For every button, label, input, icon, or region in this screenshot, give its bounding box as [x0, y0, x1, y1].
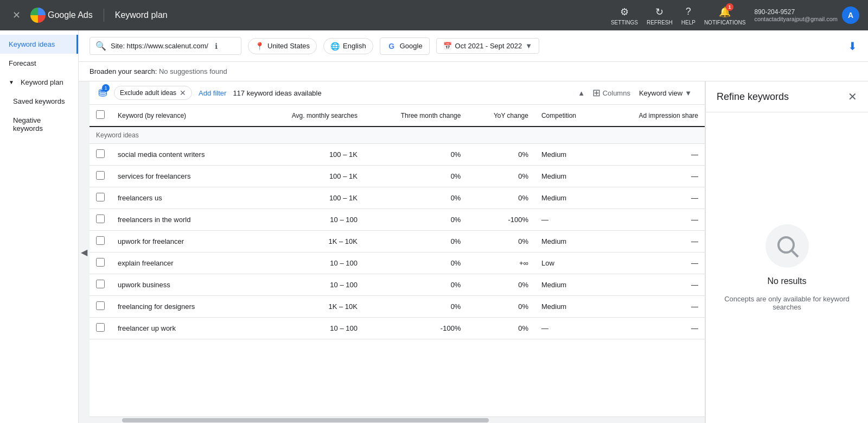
- user-email: contactadityarajput@gmail.com: [754, 16, 838, 22]
- scroll-up-button[interactable]: ▲: [575, 86, 588, 99]
- select-all-checkbox[interactable]: [96, 110, 105, 119]
- row-checkbox-cell[interactable]: [90, 187, 111, 209]
- avg-monthly-cell: 1K – 10K: [253, 296, 364, 318]
- avg-monthly-header: Avg. monthly searches: [253, 105, 364, 127]
- sidebar-item-keyword-plan[interactable]: ▼ Keyword plan: [0, 73, 78, 92]
- three-month-cell: 0%: [364, 231, 468, 252]
- row-checkbox-cell[interactable]: [90, 144, 111, 166]
- table-row: social media content writers 100 – 1K 0%…: [90, 144, 705, 166]
- table-section: ⛃ 1 Exclude adult ideas ✕ Add filter 117…: [90, 81, 705, 423]
- yoy-cell: 0%: [467, 187, 535, 209]
- close-button[interactable]: ✕: [9, 8, 24, 23]
- keyword-view-button[interactable]: Keyword view ▼: [635, 87, 696, 99]
- no-results-icon: [765, 224, 809, 268]
- ad-impression-cell: —: [602, 274, 705, 296]
- scroll-left-button[interactable]: ◀: [79, 81, 90, 423]
- avg-monthly-cell: 10 – 100: [253, 318, 364, 339]
- three-month-cell: 0%: [364, 296, 468, 318]
- yoy-cell: +∞: [467, 252, 535, 274]
- row-checkbox[interactable]: [96, 258, 105, 267]
- scroll-thumb[interactable]: [122, 418, 489, 422]
- download-button[interactable]: ⬇: [848, 40, 857, 53]
- competition-cell: Medium: [535, 166, 602, 187]
- row-checkbox-cell[interactable]: [90, 252, 111, 274]
- location-filter[interactable]: 📍 United States: [248, 38, 317, 54]
- keyword-table-scroll[interactable]: Keyword (by relevance) Avg. monthly sear…: [90, 105, 705, 416]
- settings-button[interactable]: ⚙ SETTINGS: [611, 5, 638, 26]
- sidebar-item-saved-keywords[interactable]: Saved keywords: [4, 92, 78, 111]
- user-avatar[interactable]: A: [842, 7, 859, 24]
- row-checkbox-cell[interactable]: [90, 296, 111, 318]
- three-month-cell: 0%: [364, 209, 468, 231]
- yoy-cell: -100%: [467, 209, 535, 231]
- row-checkbox-cell[interactable]: [90, 209, 111, 231]
- row-checkbox[interactable]: [96, 301, 105, 310]
- keyword-table: Keyword (by relevance) Avg. monthly sear…: [90, 105, 705, 339]
- refine-close-button[interactable]: ✕: [848, 90, 857, 103]
- sidebar-item-negative-keywords[interactable]: Negative keywords: [4, 111, 78, 138]
- filter-funnel-button[interactable]: ⛃ 1: [98, 86, 107, 99]
- content-area: 🔍 Site: https://www.scalenut.com/ ℹ 📍 Un…: [79, 30, 868, 423]
- add-filter-button[interactable]: Add filter: [199, 89, 226, 97]
- no-results-title: No results: [767, 276, 806, 286]
- exclude-adult-chip[interactable]: Exclude adult ideas ✕: [114, 86, 192, 100]
- table-row: upwork for freelancer 1K – 10K 0% 0% Med…: [90, 231, 705, 252]
- sidebar-sub: Saved keywords Negative keywords: [0, 92, 78, 138]
- refresh-icon: ↻: [653, 5, 666, 18]
- row-checkbox-cell[interactable]: [90, 166, 111, 187]
- competition-cell: Medium: [535, 231, 602, 252]
- row-checkbox-cell[interactable]: [90, 318, 111, 339]
- help-button[interactable]: ? HELP: [681, 5, 695, 26]
- row-checkbox[interactable]: [96, 280, 105, 288]
- ad-impression-cell: —: [602, 144, 705, 166]
- date-filter[interactable]: 📅 Oct 2021 - Sept 2022 ▼: [436, 38, 539, 54]
- three-month-cell: 0%: [364, 252, 468, 274]
- three-month-cell: 0%: [364, 144, 468, 166]
- competition-cell: —: [535, 209, 602, 231]
- three-month-cell: -100%: [364, 318, 468, 339]
- no-results-subtitle: Concepts are only available for keyword …: [717, 295, 857, 311]
- row-checkbox-cell[interactable]: [90, 274, 111, 296]
- ad-impression-cell: —: [602, 209, 705, 231]
- table-wrapper: ◀ ⛃ 1 Exclude adult ideas ✕ Add filter 1…: [79, 81, 868, 423]
- nav-right: ⚙ SETTINGS ↻ REFRESH ? HELP 🔔 1 NOTIFICA…: [611, 5, 859, 26]
- competition-cell: Medium: [535, 274, 602, 296]
- google-icon: [30, 8, 46, 23]
- row-checkbox[interactable]: [96, 149, 105, 158]
- select-all-header[interactable]: [90, 105, 111, 127]
- nav-divider: [104, 9, 104, 22]
- competition-cell: Medium: [535, 144, 602, 166]
- row-checkbox[interactable]: [96, 214, 105, 223]
- chevron-down-icon: ▼: [9, 79, 14, 85]
- yoy-cell: 0%: [467, 274, 535, 296]
- sidebar-item-keyword-ideas[interactable]: Keyword ideas: [0, 35, 78, 54]
- horizontal-scrollbar[interactable]: [90, 416, 705, 423]
- language-icon: 🌐: [330, 42, 340, 50]
- refresh-button[interactable]: ↻ REFRESH: [647, 5, 673, 26]
- sidebar-item-forecast[interactable]: Forecast: [0, 54, 78, 73]
- avg-monthly-cell: 10 – 100: [253, 274, 364, 296]
- three-month-cell: 0%: [364, 166, 468, 187]
- search-box[interactable]: 🔍 Site: https://www.scalenut.com/ ℹ: [90, 37, 241, 55]
- row-checkbox[interactable]: [96, 193, 105, 201]
- row-checkbox[interactable]: [96, 323, 105, 332]
- columns-icon: ⊞: [592, 87, 601, 99]
- refine-body: No results Concepts are only available f…: [706, 112, 868, 423]
- close-icon[interactable]: ✕: [180, 89, 186, 97]
- help-icon: ?: [682, 5, 695, 18]
- row-checkbox-cell[interactable]: [90, 231, 111, 252]
- language-filter[interactable]: 🌐 English: [323, 38, 373, 54]
- keyword-cell: upwork for freelancer: [111, 231, 253, 252]
- competition-header: Competition: [535, 105, 602, 127]
- ad-impression-cell: —: [602, 252, 705, 274]
- yoy-cell: 0%: [467, 318, 535, 339]
- search-engine-filter[interactable]: G Google: [380, 37, 430, 55]
- columns-button[interactable]: ⊞ Columns: [592, 87, 630, 99]
- main-layout: Keyword ideas Forecast ▼ Keyword plan Sa…: [0, 30, 868, 423]
- ad-impression-header: Ad impression share: [602, 105, 705, 127]
- row-checkbox[interactable]: [96, 171, 105, 180]
- notifications-button[interactable]: 🔔 1 NOTIFICATIONS: [704, 5, 745, 26]
- keyword-header: Keyword (by relevance): [111, 105, 253, 127]
- three-month-cell: 0%: [364, 187, 468, 209]
- row-checkbox[interactable]: [96, 236, 105, 245]
